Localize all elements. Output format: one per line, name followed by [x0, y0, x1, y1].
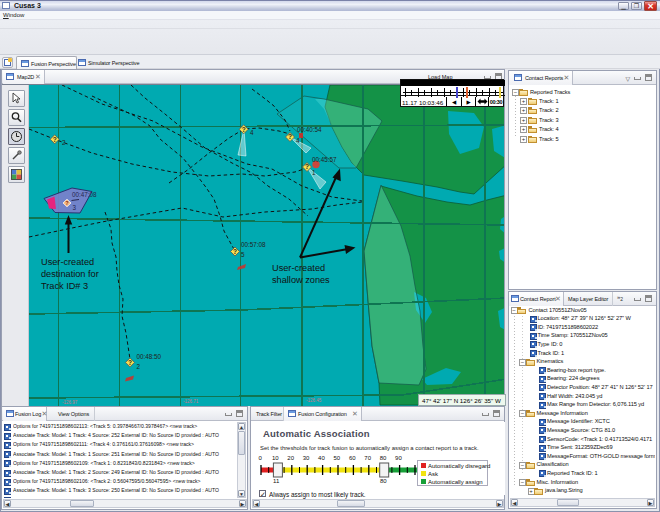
svg-text:4: 4	[296, 137, 300, 144]
svg-text:User-created: User-created	[41, 257, 94, 267]
svg-text:User-created: User-created	[272, 263, 325, 273]
svg-text:2: 2	[62, 139, 66, 146]
svg-text:3: 3	[73, 204, 77, 211]
svg-text:destination for: destination for	[41, 269, 99, 279]
svg-text:-126.71: -126.71	[183, 399, 199, 404]
svg-text:5: 5	[241, 251, 245, 258]
svg-text:1: 1	[312, 169, 316, 176]
svg-text:00:57:08: 00:57:08	[241, 241, 266, 248]
svg-text:-126.45: -126.45	[306, 398, 322, 403]
svg-text:Track ID# 3: Track ID# 3	[41, 281, 88, 291]
svg-text:00:47:08: 00:47:08	[72, 191, 97, 198]
svg-text:shallow zones: shallow zones	[272, 275, 330, 285]
svg-text:4: 4	[250, 129, 254, 136]
svg-text:2: 2	[137, 363, 141, 370]
svg-text:00:48:50: 00:48:50	[137, 353, 162, 360]
svg-text:00:45:57: 00:45:57	[312, 156, 337, 163]
svg-text:00:40:54: 00:40:54	[297, 126, 322, 133]
svg-text:-126.97: -126.97	[62, 400, 78, 405]
